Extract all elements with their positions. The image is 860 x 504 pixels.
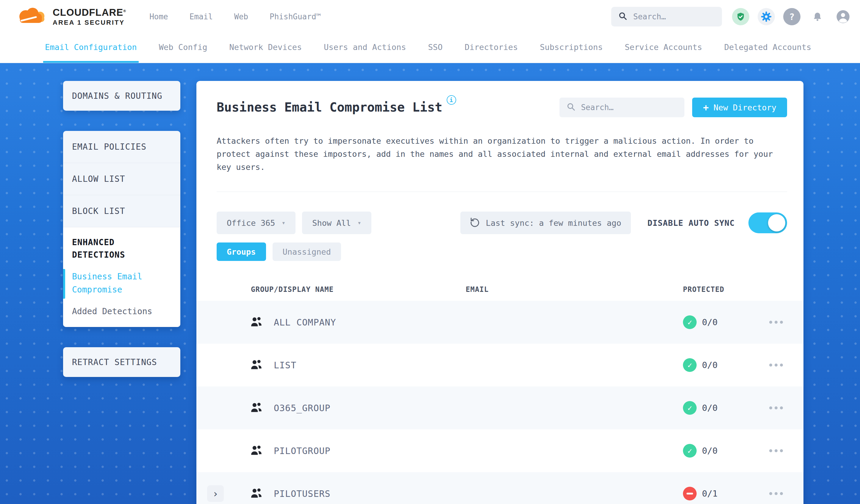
row-actions-menu[interactable] (753, 406, 803, 409)
nav-web[interactable]: Web (234, 12, 248, 21)
list-search-input[interactable] (581, 103, 677, 112)
tab-subscriptions[interactable]: Subscriptions (538, 33, 604, 63)
row-actions-menu[interactable] (753, 321, 803, 324)
directory-filter-dropdown[interactable]: Office 365▾ (217, 212, 296, 234)
check-icon: ✓ (687, 361, 692, 370)
workspace-background: DOMAINS & ROUTING EMAIL POLICIES ALLOW L… (0, 63, 860, 504)
nav-phishguard[interactable]: PhishGuard™ (270, 12, 321, 21)
tab-web-config[interactable]: Web Config (157, 33, 209, 63)
sidebar-item-domains-routing[interactable]: DOMAINS & ROUTING (63, 81, 180, 111)
group-icon (241, 486, 268, 501)
protected-count: 0/0 (702, 403, 717, 413)
protected-count: 0/0 (702, 317, 717, 327)
group-icon (241, 315, 268, 330)
table-row: › PILOTGROUP ✓ 0/0 (197, 429, 803, 472)
tab-delegated-accounts[interactable]: Delegated Accounts (722, 33, 813, 63)
group-icon (241, 443, 268, 458)
active-item-indicator (63, 269, 65, 299)
caret-down-icon: ▾ (357, 219, 361, 227)
new-directory-button[interactable]: + New Directory (692, 98, 787, 117)
tab-service-accounts[interactable]: Service Accounts (623, 33, 704, 63)
sidebar-section-enhanced-detections: ENHANCED DETECTIONS Business Email Compr… (63, 227, 180, 327)
row-name: PILOTUSERS (268, 489, 466, 499)
page-title: Business Email Compromise Listi (217, 97, 456, 118)
auto-sync-toggle[interactable] (748, 213, 787, 233)
table-header: GROUP/DISPLAY NAME EMAIL PROTECTED (197, 278, 803, 301)
table-row: › LIST ✓ 0/0 (197, 344, 803, 387)
main-panel: Business Email Compromise Listi + New Di… (197, 81, 803, 504)
tab-network-devices[interactable]: Network Devices (227, 33, 303, 63)
groups-table: GROUP/DISPLAY NAME EMAIL PROTECTED › ALL… (197, 278, 803, 504)
row-actions-menu[interactable] (753, 363, 803, 366)
row-name: LIST (268, 360, 466, 371)
global-search[interactable] (611, 7, 722, 27)
plus-icon: + (703, 103, 708, 112)
view-tab-unassigned[interactable]: Unassigned (273, 243, 341, 261)
sidebar-item-retract-settings[interactable]: RETRACT SETTINGS (63, 347, 180, 377)
column-header-protected: PROTECTED (675, 285, 753, 294)
row-actions-menu[interactable] (753, 492, 803, 495)
avatar-icon[interactable] (834, 8, 852, 25)
sidebar-item-enhanced-detections[interactable]: ENHANCED DETECTIONS (72, 236, 171, 261)
row-name: ALL COMPANY (268, 317, 466, 328)
show-filter-dropdown[interactable]: Show All▾ (302, 212, 371, 234)
check-icon: ✓ (687, 318, 692, 327)
nav-email[interactable]: Email (189, 12, 213, 21)
protected-count: 0/0 (702, 446, 717, 456)
gear-icon[interactable] (758, 8, 775, 25)
global-search-input[interactable] (633, 12, 715, 21)
cloudflare-cloud-icon (16, 6, 48, 27)
table-body: › ALL COMPANY ✓ 0/0 › (197, 301, 803, 504)
column-header-email: EMAIL (466, 285, 675, 294)
protected-count: 0/0 (702, 360, 717, 370)
tab-users-and-actions[interactable]: Users and Actions (322, 33, 408, 63)
table-row: › PILOTUSERS ✓ 0/1 (197, 472, 803, 504)
section-tab-bar: Email Configuration Web Config Network D… (0, 33, 860, 63)
sidebar: DOMAINS & ROUTING EMAIL POLICIES ALLOW L… (63, 81, 180, 377)
cloudflare-logo[interactable]: CLOUDFLARE® AREA 1 SECURITY (16, 6, 126, 27)
last-sync-button[interactable]: Last sync: a few minutes ago (460, 212, 631, 234)
search-icon (618, 12, 627, 22)
auto-sync-label: DISABLE AUTO SYNC (647, 218, 735, 228)
list-search[interactable] (559, 98, 685, 117)
sync-icon (470, 217, 480, 229)
sidebar-item-business-email-compromise[interactable]: Business Email Compromise (72, 270, 171, 296)
help-icon[interactable]: ? (783, 8, 801, 25)
brand-name: CLOUDFLARE® (53, 7, 126, 18)
sidebar-item-allow-list[interactable]: ALLOW LIST (63, 163, 180, 195)
page-description: Attackers often try to impersonate execu… (217, 134, 779, 174)
protected-badge: ✓ (683, 444, 697, 458)
tab-email-configuration[interactable]: Email Configuration (43, 33, 139, 63)
protected-badge: ✓ (683, 401, 697, 415)
row-name: PILOTGROUP (268, 446, 466, 456)
shield-check-icon[interactable] (732, 8, 749, 25)
caret-down-icon: ▾ (282, 219, 286, 227)
nav-home[interactable]: Home (149, 12, 168, 21)
expand-button[interactable]: › (207, 485, 224, 502)
protected-badge: ✓ (683, 315, 697, 329)
brand-subtitle: AREA 1 SECURITY (53, 19, 126, 27)
search-icon (567, 102, 575, 113)
top-header: CLOUDFLARE® AREA 1 SECURITY Home Email W… (0, 0, 860, 33)
bell-icon[interactable] (809, 8, 826, 25)
sidebar-item-email-policies[interactable]: EMAIL POLICIES (63, 131, 180, 163)
row-actions-menu[interactable] (753, 449, 803, 452)
tab-directories[interactable]: Directories (463, 33, 519, 63)
check-icon: ✓ (687, 446, 692, 455)
info-icon[interactable]: i (447, 95, 456, 105)
table-row: › ALL COMPANY ✓ 0/0 (197, 301, 803, 344)
toggle-knob (768, 214, 785, 231)
check-icon: ✓ (687, 403, 692, 412)
group-icon (241, 401, 268, 415)
top-nav: Home Email Web PhishGuard™ (149, 12, 321, 21)
protected-badge: ✓ (683, 358, 697, 372)
protected-count: 0/1 (702, 489, 717, 499)
sidebar-item-added-detections[interactable]: Added Detections (72, 306, 171, 316)
protected-badge: ✓ (683, 487, 697, 501)
minus-icon (687, 493, 693, 494)
sidebar-item-block-list[interactable]: BLOCK LIST (63, 195, 180, 227)
tab-sso[interactable]: SSO (427, 33, 445, 63)
row-name: O365_GROUP (268, 403, 466, 413)
view-tab-groups[interactable]: Groups (217, 243, 266, 261)
group-icon (241, 358, 268, 373)
